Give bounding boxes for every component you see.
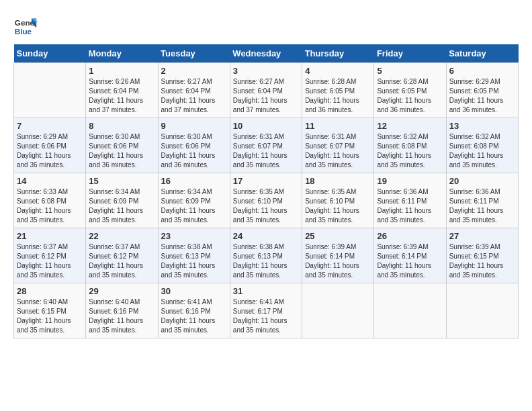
calendar-cell: 21Sunrise: 6:37 AM Sunset: 6:12 PM Dayli… <box>14 228 86 283</box>
calendar-cell: 18Sunrise: 6:35 AM Sunset: 6:10 PM Dayli… <box>302 173 374 228</box>
calendar-cell: 11Sunrise: 6:31 AM Sunset: 6:07 PM Dayli… <box>302 118 374 173</box>
calendar-cell: 24Sunrise: 6:38 AM Sunset: 6:13 PM Dayli… <box>230 228 302 283</box>
day-number: 11 <box>305 121 371 131</box>
day-number: 21 <box>17 231 83 241</box>
day-info: Sunrise: 6:37 AM Sunset: 6:12 PM Dayligh… <box>89 242 154 280</box>
calendar-cell: 31Sunrise: 6:41 AM Sunset: 6:17 PM Dayli… <box>230 283 302 338</box>
header-saturday: Saturday <box>446 44 518 63</box>
header-sunday: Sunday <box>14 44 86 63</box>
day-number: 19 <box>377 176 443 186</box>
calendar-cell: 22Sunrise: 6:37 AM Sunset: 6:12 PM Dayli… <box>86 228 158 283</box>
day-number: 24 <box>233 231 299 241</box>
day-number: 10 <box>233 121 299 131</box>
calendar-cell <box>302 283 374 338</box>
day-number: 14 <box>17 176 83 186</box>
calendar-cell: 9Sunrise: 6:30 AM Sunset: 6:06 PM Daylig… <box>158 118 230 173</box>
day-info: Sunrise: 6:41 AM Sunset: 6:17 PM Dayligh… <box>233 298 299 335</box>
logo: General Blue <box>13 13 38 38</box>
calendar-cell: 28Sunrise: 6:40 AM Sunset: 6:15 PM Dayli… <box>14 283 86 338</box>
day-number: 20 <box>449 176 515 186</box>
calendar-cell: 27Sunrise: 6:39 AM Sunset: 6:15 PM Dayli… <box>446 228 518 283</box>
day-info: Sunrise: 6:36 AM Sunset: 6:11 PM Dayligh… <box>377 187 443 225</box>
calendar-week-row: 1Sunrise: 6:26 AM Sunset: 6:04 PM Daylig… <box>14 63 519 118</box>
day-info: Sunrise: 6:40 AM Sunset: 6:16 PM Dayligh… <box>89 298 154 335</box>
calendar-cell <box>374 283 446 338</box>
header-tuesday: Tuesday <box>158 44 230 63</box>
day-number: 25 <box>305 231 371 241</box>
day-info: Sunrise: 6:28 AM Sunset: 6:05 PM Dayligh… <box>305 77 371 115</box>
day-info: Sunrise: 6:31 AM Sunset: 6:07 PM Dayligh… <box>233 132 299 170</box>
day-info: Sunrise: 6:28 AM Sunset: 6:05 PM Dayligh… <box>377 77 443 115</box>
calendar-week-row: 28Sunrise: 6:40 AM Sunset: 6:15 PM Dayli… <box>14 283 519 338</box>
calendar-cell: 25Sunrise: 6:39 AM Sunset: 6:14 PM Dayli… <box>302 228 374 283</box>
calendar-cell: 6Sunrise: 6:29 AM Sunset: 6:05 PM Daylig… <box>446 63 518 118</box>
header-wednesday: Wednesday <box>230 44 302 63</box>
day-number: 13 <box>449 121 515 131</box>
day-info: Sunrise: 6:32 AM Sunset: 6:08 PM Dayligh… <box>449 132 515 170</box>
day-number: 29 <box>89 286 154 296</box>
day-info: Sunrise: 6:39 AM Sunset: 6:14 PM Dayligh… <box>377 242 443 280</box>
calendar-cell: 12Sunrise: 6:32 AM Sunset: 6:08 PM Dayli… <box>374 118 446 173</box>
calendar-cell: 14Sunrise: 6:33 AM Sunset: 6:08 PM Dayli… <box>14 173 86 228</box>
day-number: 30 <box>161 286 227 296</box>
day-number: 7 <box>17 121 83 131</box>
day-info: Sunrise: 6:36 AM Sunset: 6:11 PM Dayligh… <box>449 187 515 225</box>
calendar-week-row: 7Sunrise: 6:29 AM Sunset: 6:06 PM Daylig… <box>14 118 519 173</box>
calendar-cell: 10Sunrise: 6:31 AM Sunset: 6:07 PM Dayli… <box>230 118 302 173</box>
calendar-cell: 26Sunrise: 6:39 AM Sunset: 6:14 PM Dayli… <box>374 228 446 283</box>
day-info: Sunrise: 6:35 AM Sunset: 6:10 PM Dayligh… <box>233 187 299 225</box>
calendar-week-row: 14Sunrise: 6:33 AM Sunset: 6:08 PM Dayli… <box>14 173 519 228</box>
day-info: Sunrise: 6:29 AM Sunset: 6:06 PM Dayligh… <box>17 132 83 170</box>
svg-text:Blue: Blue <box>15 27 32 36</box>
day-info: Sunrise: 6:27 AM Sunset: 6:04 PM Dayligh… <box>233 77 299 115</box>
calendar-cell: 5Sunrise: 6:28 AM Sunset: 6:05 PM Daylig… <box>374 63 446 118</box>
day-info: Sunrise: 6:40 AM Sunset: 6:15 PM Dayligh… <box>17 298 83 335</box>
day-info: Sunrise: 6:39 AM Sunset: 6:15 PM Dayligh… <box>449 242 515 280</box>
day-number: 5 <box>377 66 443 76</box>
day-number: 27 <box>449 231 515 241</box>
calendar-cell: 2Sunrise: 6:27 AM Sunset: 6:04 PM Daylig… <box>158 63 230 118</box>
header-thursday: Thursday <box>302 44 374 63</box>
day-number: 18 <box>305 176 371 186</box>
day-number: 4 <box>305 66 371 76</box>
day-info: Sunrise: 6:39 AM Sunset: 6:14 PM Dayligh… <box>305 242 371 280</box>
day-number: 22 <box>89 231 154 241</box>
day-info: Sunrise: 6:33 AM Sunset: 6:08 PM Dayligh… <box>17 187 83 225</box>
day-info: Sunrise: 6:38 AM Sunset: 6:13 PM Dayligh… <box>161 242 227 280</box>
calendar-cell: 8Sunrise: 6:30 AM Sunset: 6:06 PM Daylig… <box>86 118 158 173</box>
calendar-cell: 23Sunrise: 6:38 AM Sunset: 6:13 PM Dayli… <box>158 228 230 283</box>
calendar-cell: 7Sunrise: 6:29 AM Sunset: 6:06 PM Daylig… <box>14 118 86 173</box>
day-number: 2 <box>161 66 227 76</box>
calendar-cell: 15Sunrise: 6:34 AM Sunset: 6:09 PM Dayli… <box>86 173 158 228</box>
day-info: Sunrise: 6:30 AM Sunset: 6:06 PM Dayligh… <box>161 132 227 170</box>
day-number: 31 <box>233 286 299 296</box>
calendar-cell: 3Sunrise: 6:27 AM Sunset: 6:04 PM Daylig… <box>230 63 302 118</box>
calendar-cell: 20Sunrise: 6:36 AM Sunset: 6:11 PM Dayli… <box>446 173 518 228</box>
calendar-week-row: 21Sunrise: 6:37 AM Sunset: 6:12 PM Dayli… <box>14 228 519 283</box>
day-info: Sunrise: 6:29 AM Sunset: 6:05 PM Dayligh… <box>449 77 515 115</box>
day-number: 23 <box>161 231 227 241</box>
day-number: 16 <box>161 176 227 186</box>
calendar-cell: 19Sunrise: 6:36 AM Sunset: 6:11 PM Dayli… <box>374 173 446 228</box>
day-info: Sunrise: 6:34 AM Sunset: 6:09 PM Dayligh… <box>89 187 154 225</box>
calendar-cell: 29Sunrise: 6:40 AM Sunset: 6:16 PM Dayli… <box>86 283 158 338</box>
day-number: 8 <box>89 121 154 131</box>
calendar-table: SundayMondayTuesdayWednesdayThursdayFrid… <box>13 44 519 338</box>
day-number: 17 <box>233 176 299 186</box>
day-number: 28 <box>17 286 83 296</box>
calendar-cell: 1Sunrise: 6:26 AM Sunset: 6:04 PM Daylig… <box>86 63 158 118</box>
day-number: 9 <box>161 121 227 131</box>
day-number: 12 <box>377 121 443 131</box>
calendar-cell: 4Sunrise: 6:28 AM Sunset: 6:05 PM Daylig… <box>302 63 374 118</box>
calendar-cell: 16Sunrise: 6:34 AM Sunset: 6:09 PM Dayli… <box>158 173 230 228</box>
day-info: Sunrise: 6:30 AM Sunset: 6:06 PM Dayligh… <box>89 132 154 170</box>
page-header: General Blue <box>13 13 519 38</box>
calendar-cell: 13Sunrise: 6:32 AM Sunset: 6:08 PM Dayli… <box>446 118 518 173</box>
calendar-cell <box>446 283 518 338</box>
day-info: Sunrise: 6:37 AM Sunset: 6:12 PM Dayligh… <box>17 242 83 280</box>
day-info: Sunrise: 6:34 AM Sunset: 6:09 PM Dayligh… <box>161 187 227 225</box>
day-info: Sunrise: 6:26 AM Sunset: 6:04 PM Dayligh… <box>89 77 154 115</box>
day-info: Sunrise: 6:31 AM Sunset: 6:07 PM Dayligh… <box>305 132 371 170</box>
day-info: Sunrise: 6:27 AM Sunset: 6:04 PM Dayligh… <box>161 77 227 115</box>
day-number: 26 <box>377 231 443 241</box>
